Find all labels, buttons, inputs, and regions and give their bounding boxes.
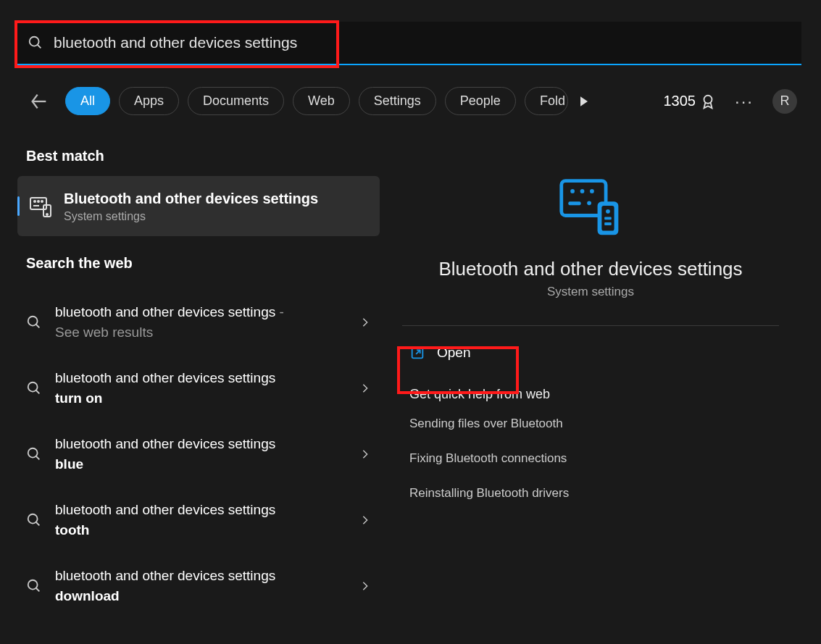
filter-row: All Apps Documents Web Settings People F… [29,87,797,115]
filter-all[interactable]: All [65,87,110,115]
svg-point-30 [606,209,610,214]
preview-title: Bluetooth and other devices settings [438,258,742,280]
svg-point-4 [704,95,712,103]
svg-point-18 [28,514,38,524]
web-result-text: bluetooth and other devices settings dow… [55,566,301,606]
web-result-item[interactable]: bluetooth and other devices settings tur… [17,355,380,421]
best-match-title: Bluetooth and other devices settings [64,189,318,209]
filter-settings[interactable]: Settings [359,87,436,115]
svg-line-19 [36,522,40,526]
svg-line-15 [36,390,40,393]
svg-point-16 [28,448,38,457]
filter-documents[interactable]: Documents [188,87,284,115]
chevron-right-icon [359,580,371,592]
svg-point-0 [30,37,39,46]
filter-web[interactable]: Web [293,87,350,115]
best-match-result[interactable]: Bluetooth and other devices settings Sys… [17,176,380,236]
preview-subtitle: System settings [547,285,634,299]
search-input[interactable] [54,34,801,51]
large-devices-icon [557,174,624,241]
svg-point-24 [580,189,585,193]
web-result-item[interactable]: bluetooth and other devices settings too… [17,487,380,553]
web-result-text: bluetooth and other devices settings blu… [55,434,301,474]
svg-point-12 [28,316,38,325]
svg-rect-32 [604,222,612,225]
points-value: 1305 [663,93,696,109]
devices-settings-icon [29,195,52,218]
web-results-list: bluetooth and other devices settings - S… [17,289,380,619]
svg-point-25 [590,189,594,193]
chevron-right-icon [359,448,371,460]
svg-rect-26 [568,201,580,205]
results-left-column: Best match Bluetooth and other devices s… [17,142,380,619]
web-result-item[interactable]: bluetooth and other devices settings blu… [17,421,380,487]
svg-point-8 [34,201,36,202]
svg-point-27 [587,201,591,205]
filter-folders[interactable]: Fold [525,87,568,115]
search-icon [26,578,42,594]
help-link[interactable]: Reinstalling Bluetooth drivers [402,476,779,511]
svg-marker-3 [580,96,588,106]
search-icon [28,35,43,51]
svg-rect-31 [604,217,612,219]
search-icon [26,512,42,528]
web-result-text: bluetooth and other devices settings tur… [55,368,301,408]
filter-people[interactable]: People [445,87,516,115]
search-icon [26,380,42,396]
search-icon [26,446,42,462]
svg-point-7 [46,214,48,215]
filter-apps[interactable]: Apps [119,87,179,115]
rewards-points[interactable]: 1305 [663,93,716,109]
best-match-subtitle: System settings [64,210,318,223]
medal-icon [700,93,716,109]
svg-line-17 [36,456,40,459]
chevron-right-icon [359,317,371,328]
search-bar[interactable] [17,22,801,65]
avatar-letter: R [780,93,790,109]
search-icon [26,314,42,330]
open-button[interactable]: Open [402,330,779,375]
svg-point-23 [570,189,575,193]
user-avatar[interactable]: R [772,89,797,114]
svg-point-14 [28,382,38,391]
web-result-text: bluetooth and other devices settings too… [55,500,301,540]
chevron-right-icon [359,382,371,394]
web-result-item[interactable]: bluetooth and other devices settings dow… [17,553,380,619]
svg-point-9 [38,201,39,202]
web-result-text: bluetooth and other devices settings - S… [55,302,301,342]
web-result-item[interactable]: bluetooth and other devices settings - S… [17,289,380,355]
chevron-right-icon [359,514,371,526]
svg-point-10 [41,201,43,202]
divider [402,325,779,326]
svg-line-21 [36,588,40,592]
search-web-heading: Search the web [17,249,380,283]
more-options-icon[interactable]: ··· [735,91,754,112]
help-link[interactable]: Sending files over Bluetooth [402,406,779,441]
svg-line-1 [38,45,41,49]
preview-pane: Bluetooth and other devices settings Sys… [380,138,801,511]
svg-point-20 [28,580,38,590]
svg-line-13 [36,324,40,327]
back-arrow-icon[interactable] [29,91,49,112]
scroll-right-icon[interactable] [577,94,591,109]
help-link[interactable]: Fixing Bluetooth connections [402,441,779,476]
open-icon [409,345,425,361]
best-match-heading: Best match [17,142,380,176]
quick-help-heading: Get quick help from web [402,382,779,406]
open-label: Open [437,345,470,361]
